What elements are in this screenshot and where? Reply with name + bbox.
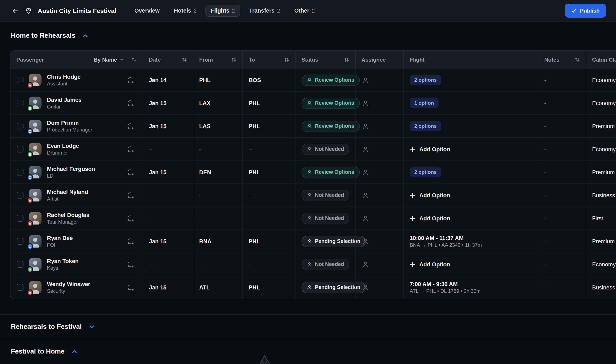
flight-detail[interactable]: 7:00 AM - 9:30 AM ATL → PHL • DL 1789 • … [410, 281, 480, 294]
notes-cell: - [538, 230, 586, 253]
add-comment-button[interactable] [126, 76, 135, 84]
row-checkbox[interactable] [17, 215, 24, 221]
column-header-status[interactable]: Status [295, 51, 355, 68]
sort-icon[interactable] [344, 57, 349, 62]
status-badge[interactable]: Not Needed [301, 259, 350, 270]
add-option-button[interactable]: Add Option [410, 261, 450, 267]
section-header-home-to-rehearsals[interactable]: Home to Rehearsals [0, 22, 616, 47]
row-checkbox[interactable] [17, 238, 24, 245]
assign-user-button[interactable] [361, 237, 370, 245]
tab-label: Hotels [174, 8, 191, 14]
add-comment-button[interactable] [126, 214, 135, 223]
assign-user-button[interactable] [361, 214, 370, 222]
flight-options-pill[interactable]: 2 options [410, 121, 441, 131]
table-row: B David James Guitar Jan 15 LAX PHL Revi… [11, 91, 616, 114]
event-title: Austin City Limits Festival [38, 7, 116, 14]
sort-icon[interactable] [284, 57, 289, 62]
tab-transfers[interactable]: Transfers2 [244, 5, 286, 17]
row-checkbox[interactable] [17, 192, 24, 198]
status-badge[interactable]: Review Options [301, 74, 360, 86]
assign-user-button[interactable] [361, 145, 370, 153]
column-header-from[interactable]: From [193, 51, 242, 68]
status-badge[interactable]: Not Needed [301, 143, 350, 155]
flight-detail[interactable]: 10:00 AM - 11:37 AM BNA → PHL • AA 2340 … [410, 235, 482, 248]
row-checkbox[interactable] [17, 123, 24, 130]
section-header-rehearsals-to-festival[interactable]: Rehearsals to Festival [0, 314, 616, 339]
avatar: A [29, 74, 41, 86]
notes-cell: - [538, 115, 586, 137]
row-checkbox[interactable] [17, 169, 24, 176]
tab-flights[interactable]: Flights2 [205, 5, 240, 17]
add-comment-button[interactable] [126, 122, 135, 130]
add-option-label: Add Option [419, 192, 450, 198]
section-header-festival-to-home[interactable]: Festival to Home [0, 339, 616, 364]
flight-options-pill[interactable]: 1 option [410, 98, 438, 108]
flight-options-pill[interactable]: 2 options [410, 167, 441, 177]
plus-icon [410, 193, 415, 198]
person-icon [362, 284, 369, 290]
status-badge[interactable]: Not Needed [301, 190, 350, 201]
column-header-assignee[interactable]: Assignee [355, 51, 403, 68]
person-icon [307, 216, 312, 221]
chevron-up-icon[interactable] [71, 348, 78, 355]
sort-icon[interactable] [231, 57, 236, 62]
sort-icon[interactable] [575, 57, 580, 62]
flight-times: 10:00 AM - 11:37 AM BNA → PHL • AA 2340 … [410, 235, 482, 248]
tab-other[interactable]: Other2 [289, 5, 320, 17]
assign-user-button[interactable] [361, 191, 370, 199]
avatar: A [29, 281, 41, 294]
tab-overview[interactable]: Overview [129, 5, 165, 17]
add-comment-button[interactable] [126, 168, 135, 177]
assign-user-button[interactable] [361, 168, 370, 176]
passenger-cell: A Rachel Douglas Tour Manager [11, 207, 143, 230]
column-header-to[interactable]: To [242, 51, 295, 68]
column-header-cabin-class[interactable]: Cabin Class [586, 51, 616, 68]
column-header-date[interactable]: Date [143, 51, 193, 68]
column-label-to: To [249, 56, 255, 63]
status-badge[interactable]: Review Options [301, 97, 360, 109]
column-header-flight[interactable]: Flight [403, 51, 538, 68]
row-checkbox[interactable] [17, 261, 24, 268]
flight-options-pill[interactable]: 2 options [410, 75, 441, 85]
tab-hotels[interactable]: Hotels2 [168, 5, 202, 17]
assign-user-button[interactable] [361, 122, 370, 130]
sort-icon[interactable] [131, 57, 137, 62]
assign-user-button[interactable] [361, 260, 370, 268]
from-cell: DEN [193, 161, 242, 183]
add-comment-button[interactable] [126, 237, 135, 246]
tab-count: 2 [277, 8, 280, 14]
row-checkbox[interactable] [17, 146, 24, 153]
table-row: B Ryan Token Keys – – – Not Needed [11, 253, 616, 276]
column-header-notes[interactable]: Notes [538, 51, 586, 68]
sort-mode-dropdown[interactable]: By Name [94, 56, 124, 63]
assignee-cell [355, 253, 403, 276]
column-header-passenger[interactable]: Passenger By Name [11, 51, 143, 68]
publish-button[interactable]: Publish [565, 4, 606, 18]
status-cell: Not Needed [295, 138, 355, 160]
add-option-button[interactable]: Add Option [410, 192, 450, 198]
add-comment-button[interactable] [126, 283, 135, 292]
add-comment-button[interactable] [126, 260, 135, 269]
chevron-down-icon[interactable] [88, 324, 95, 330]
section-title: Home to Rehearsals [11, 32, 75, 39]
add-comment-button[interactable] [126, 145, 135, 154]
assign-user-button[interactable] [361, 99, 370, 107]
role-badge: C [27, 174, 33, 181]
sort-icon[interactable] [182, 57, 187, 62]
add-option-button[interactable]: Add Option [410, 146, 450, 152]
assign-user-button[interactable] [361, 283, 370, 291]
chevron-up-icon[interactable] [82, 32, 88, 39]
row-checkbox[interactable] [17, 284, 24, 291]
add-comment-button[interactable] [126, 191, 135, 200]
status-badge[interactable]: Review Options [301, 120, 360, 132]
status-badge[interactable]: Review Options [301, 167, 360, 178]
status-badge[interactable]: Not Needed [301, 213, 350, 224]
add-comment-button[interactable] [126, 99, 135, 107]
add-option-button[interactable]: Add Option [410, 215, 450, 221]
arrow-left-icon [12, 7, 19, 14]
row-checkbox[interactable] [17, 100, 24, 106]
assign-user-button[interactable] [361, 76, 370, 84]
flight-options-label: 2 options [414, 77, 437, 83]
row-checkbox[interactable] [17, 77, 24, 83]
back-button[interactable] [10, 5, 21, 16]
